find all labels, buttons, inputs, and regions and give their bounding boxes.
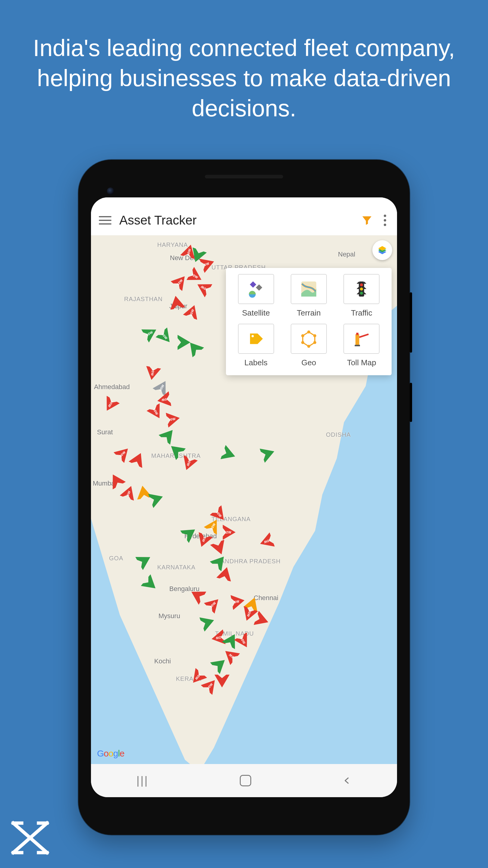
map-city-label: Ahmedabad	[94, 383, 130, 391]
android-nav-bar: |||	[91, 764, 397, 797]
map-view[interactable]: HARYANAUTTAR PRADESHRAJASTHANMAHARASHTRA…	[91, 236, 397, 764]
layer-label: Terrain	[297, 308, 321, 318]
svg-point-7	[360, 292, 363, 295]
svg-point-12	[313, 341, 316, 344]
map-city-label: Mysuru	[158, 612, 180, 620]
svg-rect-1	[256, 284, 262, 290]
app-title: Asset Tracker	[119, 213, 197, 227]
map-region-label: ODISHA	[326, 431, 351, 438]
phone-frame: Asset Tracker HARYANAUTTAR PRADESHRAJAST…	[78, 160, 410, 835]
satellite-icon	[238, 274, 274, 304]
svg-point-8	[252, 335, 254, 338]
svg-point-6	[360, 287, 363, 290]
svg-marker-9	[303, 332, 315, 347]
phone-speaker	[205, 175, 283, 179]
svg-point-11	[313, 334, 316, 337]
map-layers-button[interactable]	[372, 240, 392, 260]
map-city-label: Surat	[97, 428, 113, 436]
map-region-label: RAJASTHAN	[124, 296, 163, 303]
svg-point-14	[301, 341, 304, 344]
layer-label: Geo	[301, 358, 316, 367]
status-bar	[91, 197, 397, 205]
map-city-label: Nepal	[338, 250, 355, 258]
layer-option-traffic[interactable]: Traffic	[338, 274, 385, 318]
svg-point-10	[307, 331, 310, 334]
labels-icon	[238, 324, 274, 354]
layer-option-satellite[interactable]: Satellite	[233, 274, 279, 318]
terrain-icon	[291, 274, 327, 304]
svg-rect-17	[356, 333, 359, 335]
nav-back-button[interactable]	[343, 776, 352, 785]
nav-recent-button[interactable]: |||	[136, 774, 149, 787]
layer-option-terrain[interactable]: Terrain	[285, 274, 332, 318]
brand-logo	[9, 817, 51, 859]
phone-screen: Asset Tracker HARYANAUTTAR PRADESHRAJAST…	[91, 197, 397, 797]
hero-headline: India's leading connected fleet company,…	[0, 33, 488, 123]
asset-marker[interactable]	[168, 294, 186, 312]
layer-option-tollmap[interactable]: Toll Map	[338, 324, 385, 367]
svg-rect-19	[355, 345, 360, 346]
app-bar: Asset Tracker	[91, 205, 397, 236]
svg-rect-0	[250, 281, 256, 287]
svg-rect-18	[359, 334, 369, 338]
nav-home-button[interactable]	[240, 775, 251, 786]
asset-marker[interactable]	[215, 673, 230, 687]
svg-point-15	[301, 334, 304, 337]
layer-option-labels[interactable]: Labels	[233, 324, 279, 367]
traffic-icon	[344, 274, 380, 304]
layer-option-geo[interactable]: Geo	[285, 324, 332, 367]
map-region-label: KARNATAKA	[157, 564, 195, 571]
layer-label: Traffic	[351, 308, 372, 318]
phone-front-camera	[107, 187, 114, 195]
map-city-label: Kochi	[154, 657, 171, 665]
svg-rect-16	[355, 334, 359, 345]
map-layers-panel: Satellite Terrain	[226, 268, 392, 375]
svg-point-5	[360, 283, 363, 286]
menu-button[interactable]	[99, 214, 111, 227]
layer-label: Satellite	[242, 308, 270, 318]
layer-label: Toll Map	[347, 358, 376, 367]
google-attribution: Google	[97, 748, 124, 758]
geo-icon	[291, 324, 327, 354]
layer-label: Labels	[244, 358, 267, 367]
overflow-menu-button[interactable]	[381, 213, 389, 227]
tollmap-icon	[344, 324, 380, 354]
filter-button[interactable]	[361, 214, 373, 226]
map-region-label: GOA	[109, 555, 123, 562]
svg-point-13	[307, 345, 310, 348]
